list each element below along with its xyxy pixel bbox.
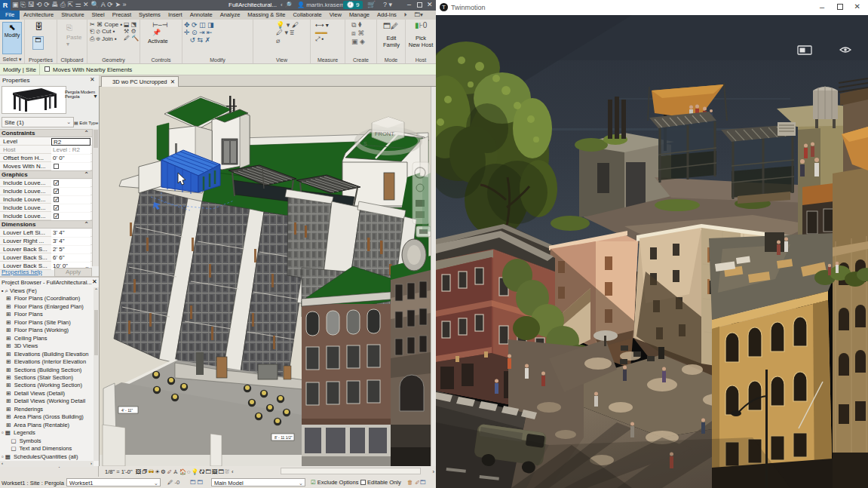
svg-text:S: S bbox=[363, 141, 367, 146]
svg-text:4' - 11": 4' - 11" bbox=[121, 408, 133, 413]
svg-text:8' - 11 1/2": 8' - 11 1/2" bbox=[275, 435, 293, 440]
svg-text:E: E bbox=[416, 132, 420, 137]
svg-text:FRONT: FRONT bbox=[375, 130, 394, 137]
